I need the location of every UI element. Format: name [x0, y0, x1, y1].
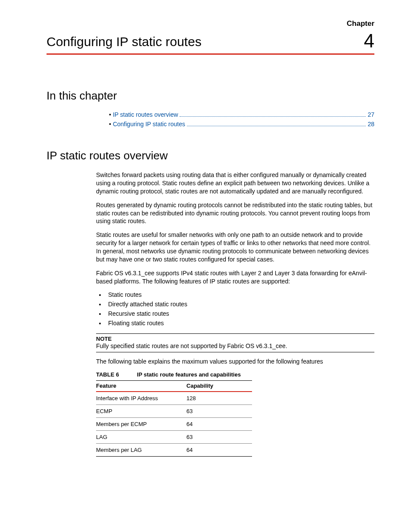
- chapter-header: Chapter 4 Configuring IP static routes: [47, 34, 374, 55]
- toc-page-number[interactable]: 28: [367, 121, 374, 128]
- list-item: Directly attached static routes: [106, 301, 374, 308]
- table-of-contents: • IP static routes overview 27 • Configu…: [109, 111, 374, 128]
- toc-leader: [180, 116, 366, 117]
- toc-page-number[interactable]: 27: [367, 111, 374, 118]
- table-caption: TABLE 6 IP static route features and cap…: [96, 371, 374, 378]
- cell-feature: Interface with IP Address: [96, 392, 187, 405]
- cell-capability: 64: [187, 443, 252, 456]
- list-item: Recursive static routes: [106, 310, 374, 317]
- capabilities-table: Feature Capability Interface with IP Add…: [96, 380, 252, 457]
- body: Switches forward packets using routing d…: [96, 171, 374, 457]
- toc-item: • Configuring IP static routes 28: [109, 121, 374, 128]
- cell-capability: 128: [187, 392, 252, 405]
- toc-link-overview[interactable]: IP static routes overview: [113, 111, 178, 118]
- paragraph: Switches forward packets using routing d…: [96, 171, 374, 196]
- section-overview: IP static routes overview: [47, 149, 374, 162]
- table-row: LAG 63: [96, 430, 252, 443]
- table-row: Interface with IP Address 128: [96, 392, 252, 405]
- feature-list: Static routes Directly attached static r…: [96, 291, 374, 327]
- chapter-label: Chapter: [347, 19, 374, 28]
- cell-feature: Members per LAG: [96, 443, 187, 456]
- table-label: TABLE 6: [96, 371, 119, 378]
- cell-capability: 63: [187, 404, 252, 417]
- table-row: ECMP 63: [96, 404, 252, 417]
- paragraph: The following table explains the maximum…: [96, 358, 374, 366]
- table-row: Members per LAG 64: [96, 443, 252, 456]
- table-title: IP static route features and capabilitie…: [137, 371, 241, 378]
- toc-link-configuring[interactable]: Configuring IP static routes: [113, 121, 185, 128]
- cell-capability: 64: [187, 417, 252, 430]
- chapter-number: 4: [364, 30, 374, 52]
- bullet-icon: •: [109, 111, 111, 118]
- cell-feature: Members per ECMP: [96, 417, 187, 430]
- page: Chapter 4 Configuring IP static routes I…: [0, 0, 411, 482]
- table-row: Members per ECMP 64: [96, 417, 252, 430]
- bullet-icon: •: [109, 121, 111, 128]
- chapter-title: Configuring IP static routes: [47, 34, 374, 49]
- col-feature: Feature: [96, 380, 187, 392]
- col-capability: Capability: [187, 380, 252, 392]
- paragraph: Static routes are useful for smaller net…: [96, 231, 374, 264]
- cell-feature: ECMP: [96, 404, 187, 417]
- list-item: Floating static routes: [106, 320, 374, 327]
- note-block: NOTE Fully specified static routes are n…: [96, 333, 374, 352]
- list-item: Static routes: [106, 291, 374, 298]
- toc-leader: [187, 126, 366, 126]
- paragraph: Routes generated by dynamic routing prot…: [96, 201, 374, 226]
- note-text: Fully specified static routes are not su…: [96, 342, 374, 349]
- toc-item: • IP static routes overview 27: [109, 111, 374, 118]
- cell-feature: LAG: [96, 430, 187, 443]
- note-label: NOTE: [96, 336, 374, 342]
- table-header-row: Feature Capability: [96, 380, 252, 392]
- cell-capability: 63: [187, 430, 252, 443]
- section-in-this-chapter: In this chapter: [47, 89, 374, 103]
- paragraph: Fabric OS v6.3.1_cee supports IPv4 stati…: [96, 269, 374, 286]
